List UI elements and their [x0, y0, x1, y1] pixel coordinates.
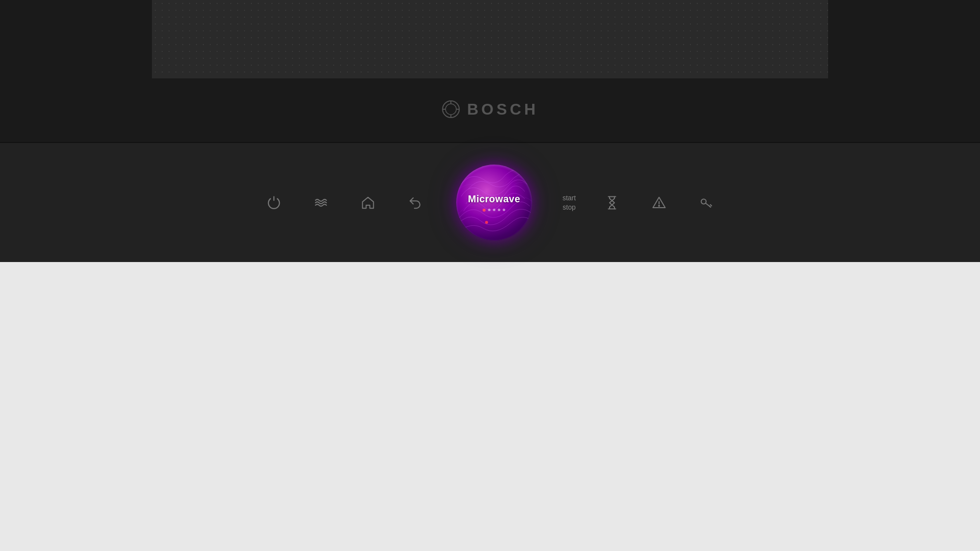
home-button[interactable] [357, 192, 379, 214]
microwave-knob-button[interactable]: Microwave [456, 165, 532, 240]
knob-dot-5 [503, 209, 505, 211]
svg-point-1 [445, 104, 456, 115]
back-button[interactable] [404, 192, 426, 214]
svg-point-6 [485, 221, 488, 224]
vent-grid [152, 0, 828, 78]
key-button[interactable] [695, 192, 717, 214]
bottom-section [0, 262, 980, 551]
knob-dot-2 [488, 209, 490, 211]
brand-name: BOSCH [467, 100, 539, 119]
knob-label: Microwave [468, 193, 520, 205]
microwave-knob-wrapper: Microwave [451, 160, 537, 245]
stop-label: stop [563, 203, 575, 212]
waves-button[interactable] [310, 192, 332, 214]
bosch-logo: BOSCH [441, 100, 539, 119]
knob-dot-3 [493, 209, 495, 211]
power-button[interactable] [263, 192, 285, 214]
knob-dots [483, 209, 505, 212]
appliance-top: BOSCH [0, 0, 980, 142]
timer-button[interactable] [601, 192, 623, 214]
svg-point-8 [659, 205, 660, 206]
controls-row: Microwave start stop [263, 160, 717, 245]
warning-button[interactable] [648, 192, 670, 214]
start-label: start [563, 193, 576, 202]
bosch-logo-icon [441, 100, 460, 119]
knob-dot-4 [498, 209, 500, 211]
control-panel: Microwave start stop [0, 142, 980, 262]
start-stop-button[interactable]: start stop [563, 193, 576, 211]
knob-dot-1 [483, 209, 486, 212]
